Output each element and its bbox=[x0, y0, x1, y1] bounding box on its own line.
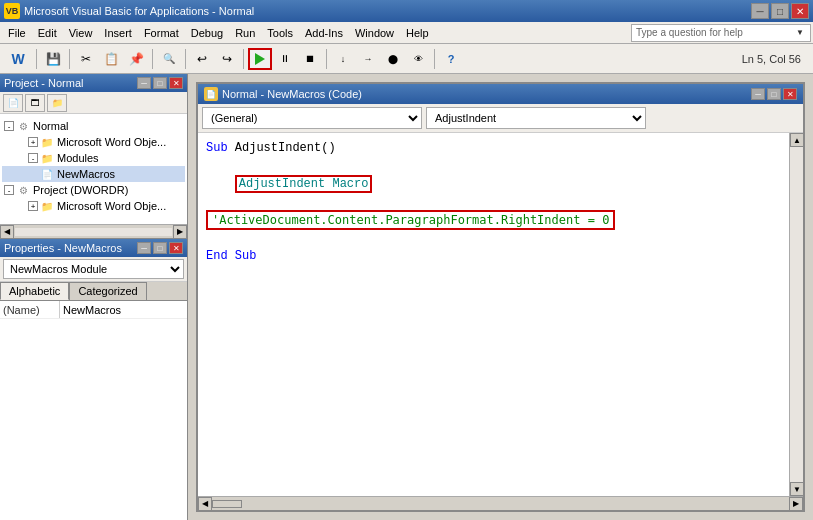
project-toggle-folders[interactable]: 📁 bbox=[47, 94, 67, 112]
project-view-code[interactable]: 📄 bbox=[3, 94, 23, 112]
code-area: 📄 Normal - NewMacros (Code) ─ □ ✕ (Gener… bbox=[188, 74, 813, 520]
stop-button[interactable]: ⏹ bbox=[298, 48, 322, 70]
expand-dwordr[interactable]: - bbox=[4, 185, 14, 195]
close-button[interactable]: ✕ bbox=[791, 3, 809, 19]
menu-run[interactable]: Run bbox=[229, 25, 261, 41]
code-close-button[interactable]: ✕ bbox=[783, 88, 797, 100]
project-panel: Project - Normal ─ □ ✕ 📄 🗔 📁 - ⚙ Normal bbox=[0, 74, 187, 239]
play-icon bbox=[255, 53, 265, 65]
props-minimize-button[interactable]: ─ bbox=[137, 242, 151, 254]
expand-normal[interactable]: - bbox=[4, 121, 14, 131]
find-button[interactable]: 🔍 bbox=[157, 48, 181, 70]
expand-modules[interactable]: - bbox=[28, 153, 38, 163]
minimize-button[interactable]: ─ bbox=[751, 3, 769, 19]
cut-button[interactable]: ✂ bbox=[74, 48, 98, 70]
folder-icon-msword1: 📁 bbox=[40, 135, 54, 149]
code-line-2 bbox=[206, 157, 781, 175]
tree-item-dwordr[interactable]: - ⚙ Project (DWORDR) bbox=[2, 182, 185, 198]
undo-button[interactable]: ↩ bbox=[190, 48, 214, 70]
tree-item-modules[interactable]: - 📁 Modules bbox=[2, 150, 185, 166]
props-panel-buttons: ─ □ ✕ bbox=[137, 242, 183, 254]
code-toolbar: (General) AdjustIndent bbox=[198, 104, 803, 133]
menu-format[interactable]: Format bbox=[138, 25, 185, 41]
project-minimize-button[interactable]: ─ bbox=[137, 77, 151, 89]
code-window-titlebar: 📄 Normal - NewMacros (Code) ─ □ ✕ bbox=[198, 84, 803, 104]
step-into-button[interactable]: ↓ bbox=[331, 48, 355, 70]
menu-addins[interactable]: Add-Ins bbox=[299, 25, 349, 41]
scroll-right-arrow[interactable]: ▶ bbox=[173, 225, 187, 239]
menu-tools[interactable]: Tools bbox=[261, 25, 299, 41]
cursor-position: Ln 5, Col 56 bbox=[742, 53, 809, 65]
code-editor[interactable]: Sub AdjustIndent() AdjustIndent Macro bbox=[198, 133, 789, 496]
expand-msword2[interactable]: + bbox=[28, 201, 38, 211]
project-view-object[interactable]: 🗔 bbox=[25, 94, 45, 112]
menu-edit[interactable]: Edit bbox=[32, 25, 63, 41]
breakpoint-button[interactable]: ⬤ bbox=[381, 48, 405, 70]
code-line-7: End Sub bbox=[206, 247, 781, 265]
active-code-line: 'ActiveDocument.Content.ParagraphFormat.… bbox=[206, 210, 615, 230]
menu-view[interactable]: View bbox=[63, 25, 99, 41]
tab-categorized[interactable]: Categorized bbox=[69, 282, 146, 300]
procedure-select[interactable]: AdjustIndent bbox=[426, 107, 646, 129]
tree-item-msword2[interactable]: + 📁 Microsoft Word Obje... bbox=[2, 198, 185, 214]
pause-button[interactable]: ⏸ bbox=[273, 48, 297, 70]
menu-help[interactable]: Help bbox=[400, 25, 435, 41]
scroll-down-button[interactable]: ▼ bbox=[790, 482, 803, 496]
folder-icon-modules: 📁 bbox=[40, 151, 54, 165]
props-maximize-button[interactable]: □ bbox=[153, 242, 167, 254]
props-close-button[interactable]: ✕ bbox=[169, 242, 183, 254]
main-toolbar: W 💾 ✂ 📋 📌 🔍 ↩ ↪ ⏸ ⏹ ↓ → ⬤ 👁 ? Ln 5, Col … bbox=[0, 44, 813, 74]
maximize-button[interactable]: □ bbox=[771, 3, 789, 19]
scroll-track-v[interactable] bbox=[790, 147, 803, 482]
menu-window[interactable]: Window bbox=[349, 25, 400, 41]
copy-button[interactable]: 📋 bbox=[99, 48, 123, 70]
project-scrollbar-h: ◀ ▶ bbox=[0, 224, 187, 238]
toolbar-separator-2 bbox=[69, 49, 70, 69]
code-minimize-button[interactable]: ─ bbox=[751, 88, 765, 100]
properties-panel: Properties - NewMacros ─ □ ✕ NewMacros M… bbox=[0, 239, 187, 520]
menu-insert[interactable]: Insert bbox=[98, 25, 138, 41]
help-dropdown-arrow[interactable]: ▼ bbox=[794, 27, 806, 39]
save-button[interactable]: 💾 bbox=[41, 48, 65, 70]
project-maximize-button[interactable]: □ bbox=[153, 77, 167, 89]
scroll-track-h[interactable] bbox=[15, 228, 172, 236]
menu-file[interactable]: File bbox=[2, 25, 32, 41]
gear-icon-normal: ⚙ bbox=[16, 119, 30, 133]
toolbar-separator-5 bbox=[243, 49, 244, 69]
run-button[interactable] bbox=[248, 48, 272, 70]
step-over-button[interactable]: → bbox=[356, 48, 380, 70]
tree-item-newmacros[interactable]: 📄 NewMacros bbox=[2, 166, 185, 182]
project-panel-buttons: ─ □ ✕ bbox=[137, 77, 183, 89]
redo-button[interactable]: ↪ bbox=[215, 48, 239, 70]
tree-item-msword1[interactable]: + 📁 Microsoft Word Obje... bbox=[2, 134, 185, 150]
tree-label-msword1: Microsoft Word Obje... bbox=[57, 136, 166, 148]
menu-debug[interactable]: Debug bbox=[185, 25, 229, 41]
title-bar: VB Microsoft Visual Basic for Applicatio… bbox=[0, 0, 813, 22]
general-select[interactable]: (General) bbox=[202, 107, 422, 129]
tree-item-normal[interactable]: - ⚙ Normal bbox=[2, 118, 185, 134]
watch-button[interactable]: 👁 bbox=[406, 48, 430, 70]
scroll-up-button[interactable]: ▲ bbox=[790, 133, 803, 147]
tree-label-msword2: Microsoft Word Obje... bbox=[57, 200, 166, 212]
help-search-text: Type a question for help bbox=[636, 27, 794, 38]
paste-button[interactable]: 📌 bbox=[124, 48, 148, 70]
code-maximize-button[interactable]: □ bbox=[767, 88, 781, 100]
word-icon-button[interactable]: W bbox=[4, 48, 32, 70]
props-object-select[interactable]: NewMacros Module bbox=[3, 259, 184, 279]
macro-label: AdjustIndent Macro bbox=[235, 175, 373, 193]
project-close-button[interactable]: ✕ bbox=[169, 77, 183, 89]
code-scroll-thumb[interactable] bbox=[212, 500, 242, 508]
main-area: Project - Normal ─ □ ✕ 📄 🗔 📁 - ⚙ Normal bbox=[0, 74, 813, 520]
toolbar-separator-1 bbox=[36, 49, 37, 69]
props-key-name: (Name) bbox=[0, 301, 60, 318]
code-scroll-left[interactable]: ◀ bbox=[198, 497, 212, 511]
expand-msword1[interactable]: + bbox=[28, 137, 38, 147]
tab-alphabetic[interactable]: Alphabetic bbox=[0, 282, 69, 300]
code-window-buttons: ─ □ ✕ bbox=[751, 88, 797, 100]
scroll-left-arrow[interactable]: ◀ bbox=[0, 225, 14, 239]
code-scrollbar-v: ▲ ▼ bbox=[789, 133, 803, 496]
help-button[interactable]: ? bbox=[439, 48, 463, 70]
tree-label-dwordr: Project (DWORDR) bbox=[33, 184, 128, 196]
code-scroll-right[interactable]: ▶ bbox=[789, 497, 803, 511]
help-search-box[interactable]: Type a question for help ▼ bbox=[631, 24, 811, 42]
